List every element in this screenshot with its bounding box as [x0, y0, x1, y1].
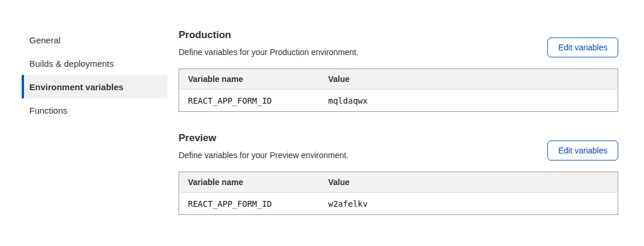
column-header-variable-name: Variable name: [179, 69, 320, 90]
sidebar-item-label: Environment variables: [29, 82, 124, 92]
column-header-value: Value: [320, 69, 618, 90]
environment-variables-panel: Production Define variables for your Pro…: [179, 29, 618, 215]
preview-section: Preview Define variables for your Previe…: [179, 132, 618, 215]
table-header-row: Variable name Value: [179, 69, 618, 90]
production-variables-table: Variable name Value REACT_APP_FORM_ID mq…: [179, 69, 618, 112]
sidebar-item-builds-deployments[interactable]: Builds & deployments: [22, 52, 167, 75]
preview-variables-table: Variable name Value REACT_APP_FORM_ID w2…: [179, 172, 618, 215]
variable-name-cell: REACT_APP_FORM_ID: [179, 193, 320, 215]
sidebar-item-label: Functions: [29, 105, 67, 115]
variable-name-cell: REACT_APP_FORM_ID: [179, 90, 320, 112]
sidebar-item-functions[interactable]: Functions: [22, 98, 167, 122]
sidebar-item-general[interactable]: General: [22, 28, 167, 52]
variable-value-cell: w2afelkv: [320, 193, 618, 215]
table-row: REACT_APP_FORM_ID w2afelkv: [179, 193, 618, 215]
production-section: Production Define variables for your Pro…: [179, 29, 618, 112]
preview-edit-variables-button[interactable]: Edit variables: [547, 141, 618, 160]
column-header-value: Value: [320, 172, 618, 193]
sidebar-item-environment-variables[interactable]: Environment variables: [22, 75, 167, 98]
settings-sidebar: General Builds & deployments Environment…: [22, 28, 167, 122]
column-header-variable-name: Variable name: [179, 172, 320, 193]
production-edit-variables-button[interactable]: Edit variables: [547, 37, 618, 57]
table-row: REACT_APP_FORM_ID mqldaqwx: [179, 90, 618, 112]
sidebar-item-label: Builds & deployments: [29, 59, 114, 69]
table-header-row: Variable name Value: [179, 172, 618, 193]
variable-value-cell: mqldaqwx: [320, 90, 618, 112]
sidebar-item-label: General: [29, 35, 60, 45]
